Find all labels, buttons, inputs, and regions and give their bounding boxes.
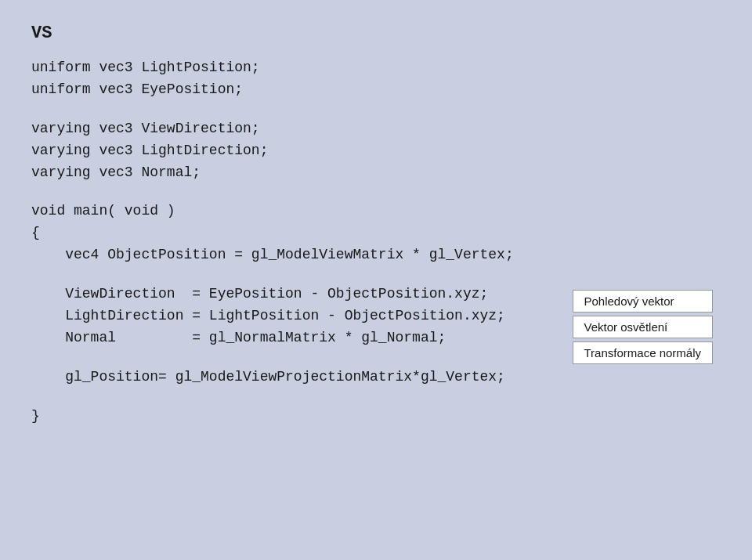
annotation-transformace-normaly: Transformace normály bbox=[573, 341, 714, 364]
annotation-vektor-osvetleni: Vektor osvětlení bbox=[573, 316, 714, 338]
code-line: vec4 ObjectPosition = gl_ModelViewMatrix… bbox=[31, 244, 721, 266]
code-block: uniform vec3 LightPosition; uniform vec3… bbox=[31, 57, 721, 428]
code-line-blank bbox=[31, 183, 721, 201]
code-line-blank bbox=[31, 388, 721, 406]
code-line: varying vec3 ViewDirection; bbox=[31, 118, 721, 140]
code-line: { bbox=[31, 222, 721, 244]
code-area: VS uniform vec3 LightPosition; uniform v… bbox=[0, 0, 752, 451]
code-line-blank bbox=[31, 266, 721, 284]
annotation-pohledovy-vektor: Pohledový vektor bbox=[573, 290, 714, 313]
code-line: varying vec3 LightDirection; bbox=[31, 140, 721, 162]
code-line-blank bbox=[31, 101, 721, 118]
code-line: uniform vec3 LightPosition; bbox=[31, 57, 721, 79]
code-line-glpos: gl_Position= gl_ModelViewProjectionMatri… bbox=[31, 367, 721, 388]
code-line: varying vec3 Normal; bbox=[31, 162, 721, 184]
code-line: void main( void ) bbox=[31, 201, 721, 222]
annotations-container: Pohledový vektor Vektor osvětlení Transf… bbox=[573, 290, 714, 364]
code-line: uniform vec3 EyePosition; bbox=[31, 79, 721, 101]
code-line-close: } bbox=[31, 406, 721, 428]
vs-header: VS bbox=[31, 23, 721, 43]
